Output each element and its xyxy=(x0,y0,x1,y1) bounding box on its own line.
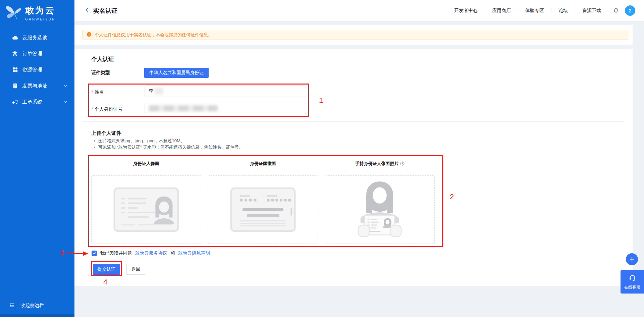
cert-type-button[interactable]: 中华人名共和国居民身份证 xyxy=(144,68,209,78)
id-number-label: *个人身份证号 xyxy=(91,106,122,112)
agreement-row: 我已阅读并同意 敢为云服务协议 和 敢为云隐私声明 xyxy=(92,250,210,256)
upload-box-id-front[interactable] xyxy=(91,175,201,244)
section-divider xyxy=(83,121,625,122)
required-marker: * xyxy=(91,89,93,95)
cloud-icon xyxy=(12,35,18,41)
upload-label-id-front: 身份证人像面 xyxy=(91,161,201,167)
top-bar: 实名认证 开发者中心 应用商店 体验专区 论坛 资源下载 2 xyxy=(74,0,644,21)
ticket-icon xyxy=(12,99,18,105)
bullet-dot xyxy=(94,147,95,148)
id-back-placeholder xyxy=(230,187,296,232)
page-title: 实名认证 xyxy=(93,7,117,15)
nav-developer-center[interactable]: 开发者中心 xyxy=(447,8,485,14)
chevron-down-icon xyxy=(63,100,68,104)
chevron-left-icon xyxy=(85,7,90,14)
avatar[interactable]: 2 xyxy=(625,5,635,16)
required-marker: * xyxy=(91,106,93,112)
sidebar-item-label: 云服务选购 xyxy=(22,35,47,41)
return-button[interactable]: 返回 xyxy=(126,264,145,275)
id-front-placeholder xyxy=(113,187,179,232)
collapse-sidebar-button[interactable]: 收起侧边栏 xyxy=(0,298,74,313)
nav-forum[interactable]: 论坛 xyxy=(551,8,575,14)
sidebar-item-label: 资源管理 xyxy=(22,67,42,73)
brand-logo[interactable]: 敢为云 GANWEIYUN xyxy=(5,4,55,21)
collapse-sidebar-label: 收起侧边栏 xyxy=(20,303,44,309)
agreement-checkbox[interactable] xyxy=(92,251,97,256)
upload-box-id-back[interactable] xyxy=(208,175,318,244)
brand-name: 敢为云 xyxy=(25,5,55,16)
upload-label-id-back: 身份证国徽面 xyxy=(208,161,318,167)
upload-box-id-handheld[interactable] xyxy=(325,175,435,244)
warning-banner: 个人证件信息仅用于实名认证，不会泄露您的任何证件信息。 xyxy=(83,30,628,40)
invoice-icon xyxy=(12,83,18,89)
upload-label-id-handheld: 手持身份证人像面照片 xyxy=(325,161,435,167)
collapse-sidebar-icon xyxy=(9,302,15,309)
id-handheld-placeholder xyxy=(354,179,406,240)
upload-section-title: 上传个人证件 xyxy=(91,130,121,137)
service-agreement-link[interactable]: 敢为云服务协议 xyxy=(136,250,167,256)
agreement-conjunction: 和 xyxy=(170,250,175,256)
online-service-label: 在线客服 xyxy=(624,284,640,290)
upload-tip: 图片格式要求jpg、jpeg、png，不超过10M。 xyxy=(94,138,185,144)
agreement-prefix: 我已阅读并同意 xyxy=(100,250,132,256)
grid-icon xyxy=(12,67,18,73)
sidebar-item-resources[interactable]: 资源管理 xyxy=(0,62,74,78)
submit-button[interactable]: 提交认证 xyxy=(93,264,120,275)
upload-tip: 可以添加 “敢为云认证” 等水印；但不能遮挡关键信息，例如姓名、证件号。 xyxy=(94,144,243,150)
cert-type-label: 证件类型 xyxy=(91,70,110,76)
back-button[interactable]: 实名认证 xyxy=(85,7,117,15)
sidebar-item-tickets[interactable]: 工单系统 xyxy=(0,94,74,110)
add-floating-button[interactable]: + xyxy=(626,253,638,265)
name-input[interactable]: 李 xyxy=(145,86,306,97)
butterfly-logo-icon xyxy=(5,4,22,21)
banner-strip: 个人证件信息仅用于实名认证，不会泄露您的任何证件信息。 xyxy=(74,25,633,45)
sidebar-item-invoices[interactable]: 发票与地址 xyxy=(0,78,74,94)
sidebar-bottom-strip xyxy=(0,314,74,317)
name-value: 李 xyxy=(149,88,154,94)
sidebar: 敢为云 GANWEIYUN 云服务选购 订单管理 xyxy=(0,0,74,317)
privacy-statement-link[interactable]: 敢为云隐私声明 xyxy=(178,250,210,256)
sidebar-item-orders[interactable]: 订单管理 xyxy=(0,46,74,62)
online-service-button[interactable]: 在线客服 xyxy=(621,270,644,294)
redacted-name-blur xyxy=(155,88,163,95)
real-name-verification-page: 敢为云 GANWEIYUN 云服务选购 订单管理 xyxy=(0,0,644,317)
bell-icon[interactable] xyxy=(613,7,620,14)
top-nav: 开发者中心 应用商店 体验专区 论坛 资源下载 2 xyxy=(447,5,635,16)
nav-experience-zone[interactable]: 体验专区 xyxy=(518,8,551,14)
sidebar-nav: 云服务选购 订单管理 xyxy=(0,30,74,110)
redacted-id-blur xyxy=(149,105,218,111)
name-label: *姓名 xyxy=(91,89,104,95)
id-number-input[interactable] xyxy=(145,103,306,114)
warning-text: 个人证件信息仅用于实名认证，不会泄露您的任何证件信息。 xyxy=(95,32,212,38)
section-title: 个人认证 xyxy=(91,55,114,63)
bullet-dot xyxy=(94,140,95,142)
chevron-down-icon xyxy=(63,84,68,88)
warning-icon xyxy=(87,32,92,38)
personal-verification-card: 个人认证 证件类型 中华人名共和国居民身份证 *姓名 李 *个人身份证号 上传个… xyxy=(74,49,633,286)
info-icon[interactable] xyxy=(400,161,405,167)
sidebar-item-cloud-services[interactable]: 云服务选购 xyxy=(0,30,74,46)
headset-icon xyxy=(629,273,636,282)
nav-app-store[interactable]: 应用商店 xyxy=(485,8,518,14)
layers-icon xyxy=(12,51,18,57)
sidebar-item-label: 订单管理 xyxy=(22,51,42,57)
sidebar-item-label: 工单系统 xyxy=(22,99,42,105)
sidebar-item-label: 发票与地址 xyxy=(22,83,47,89)
brand-subtitle: GANWEIYUN xyxy=(25,17,55,21)
nav-resource-download[interactable]: 资源下载 xyxy=(575,8,608,14)
